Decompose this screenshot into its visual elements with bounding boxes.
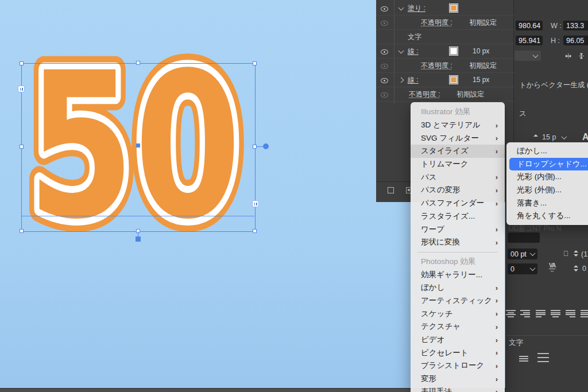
- submenu-arrow-icon: [496, 336, 498, 344]
- type-tool-icon: [582, 132, 588, 142]
- appearance-row-stroke-opacity[interactable]: 不透明度 : 初期設定: [376, 59, 514, 73]
- justify-right-icon[interactable]: [566, 310, 575, 317]
- align-center-icon[interactable]: [506, 310, 516, 317]
- handle-bottom-left[interactable]: [20, 229, 24, 233]
- handle-top-left[interactable]: [20, 61, 24, 65]
- handle-middle-left[interactable]: [20, 145, 24, 149]
- tracking-value[interactable]: 0: [582, 265, 586, 273]
- submenu-item-scribble[interactable]: 落書き...: [506, 196, 588, 209]
- menu-item-blur[interactable]: ぼかし: [411, 281, 505, 294]
- eye-icon[interactable]: [380, 18, 389, 27]
- submenu-arrow-icon: [496, 284, 498, 292]
- leading-option-large-icon[interactable]: [537, 353, 549, 362]
- leading-icon: [563, 250, 568, 257]
- submenu-item-outer-glow[interactable]: 光彩 (外側)...: [506, 184, 588, 197]
- menu-item-sketch[interactable]: スケッチ: [411, 307, 505, 320]
- transform-w-field[interactable]: 133.3: [563, 21, 588, 30]
- left-edge-widget-icon[interactable]: [18, 86, 25, 92]
- leading-value[interactable]: (175: [581, 250, 588, 258]
- menu-item-svg-filter[interactable]: SVG フィルター: [411, 131, 505, 145]
- right-edge-widget-icon[interactable]: [252, 200, 259, 207]
- submenu-item-drop-shadow[interactable]: ドロップシャドウ...: [509, 158, 588, 171]
- kerning-field[interactable]: 0: [508, 263, 537, 274]
- eye-icon[interactable]: [380, 90, 389, 99]
- chevron-down-icon[interactable]: [399, 5, 404, 11]
- eye-icon[interactable]: [380, 47, 389, 56]
- justify-left-icon[interactable]: [536, 310, 546, 317]
- appearance-row-fill-opacity[interactable]: 不透明度 : 初期設定: [376, 15, 514, 30]
- submenu-arrow-icon: [496, 387, 498, 392]
- new-stroke-icon[interactable]: [388, 187, 394, 193]
- menu-item-effect-gallery[interactable]: 効果ギャラリー...: [411, 268, 505, 281]
- appearance-row-object-opacity[interactable]: 不透明度 : 初期設定: [376, 87, 514, 102]
- selection-center-point[interactable]: [136, 143, 140, 148]
- submenu-item-feather[interactable]: ぼかし...: [506, 145, 588, 158]
- eye-icon[interactable]: [380, 61, 389, 70]
- submenu-arrow-icon: [496, 238, 498, 247]
- tracking-stepper[interactable]: [574, 265, 578, 271]
- stylize-submenu: ぼかし... ドロップシャドウ... 光彩 (内側)... 光彩 (外側)...…: [506, 142, 588, 225]
- menu-item-convert-shape[interactable]: 形状に変換: [411, 236, 505, 249]
- appearance-row-characters[interactable]: 文字: [376, 30, 514, 44]
- justify-center-icon[interactable]: [551, 310, 560, 317]
- menu-item-artistic[interactable]: アーティスティック: [411, 294, 505, 308]
- bottom-anchor-point[interactable]: [136, 236, 141, 242]
- handle-bottom-right[interactable]: [253, 229, 257, 233]
- menu-item-stylize[interactable]: スタイライズ: [411, 145, 505, 158]
- align-right-icon[interactable]: [520, 310, 530, 317]
- appearance-row-stroke-white[interactable]: 線 : 10 px: [376, 44, 514, 59]
- handle-middle-right[interactable]: [253, 145, 257, 149]
- flip-horizontal-icon[interactable]: [566, 53, 570, 59]
- handle-top-right[interactable]: [253, 61, 257, 65]
- stroke-color-swatch[interactable]: [450, 76, 458, 84]
- stroke-width-stepper[interactable]: [533, 134, 538, 137]
- font-size-field[interactable]: 00 pt: [508, 249, 537, 259]
- chevron-down-icon[interactable]: [562, 134, 567, 139]
- chevron-right-icon[interactable]: [399, 77, 404, 83]
- menu-item-brush-strokes[interactable]: ブラシストローク: [411, 359, 505, 372]
- menu-item-texture[interactable]: テクスチャ: [411, 320, 505, 333]
- kerning-value: 0: [510, 265, 514, 273]
- eye-icon[interactable]: [380, 76, 389, 84]
- menu-item-video[interactable]: ビデオ: [411, 333, 505, 347]
- submenu-item-inner-glow[interactable]: 光彩 (内側)...: [506, 170, 588, 184]
- font-style-field[interactable]: [508, 232, 540, 243]
- submenu-arrow-icon: [496, 225, 498, 234]
- stroke-width-partial-value[interactable]: 15 p: [542, 133, 556, 141]
- appearance-row-stroke-orange[interactable]: 線 : 15 px: [376, 73, 514, 87]
- transform-x-field[interactable]: 980.64: [516, 21, 543, 30]
- transform-y-field[interactable]: 95.941: [516, 36, 543, 45]
- menu-item-warp[interactable]: ワープ: [411, 223, 505, 236]
- menu-item-distort-path[interactable]: パスの変形: [411, 184, 505, 197]
- appearance-row-fill[interactable]: 塗り :: [376, 1, 514, 15]
- eye-icon[interactable]: [380, 4, 389, 13]
- flip-vertical-icon[interactable]: [579, 53, 585, 58]
- justify-all-icon[interactable]: [581, 310, 588, 317]
- effects-menu: Illustrator 効果 3D とマテリアル SVG フィルター スタイライ…: [411, 102, 505, 392]
- chevron-down-icon[interactable]: [399, 48, 404, 54]
- leading-option-icon[interactable]: [519, 356, 528, 362]
- submenu-arrow-icon: [496, 134, 498, 142]
- handle-top-center[interactable]: [136, 61, 140, 65]
- menu-item-render[interactable]: 表現手法: [411, 385, 505, 392]
- submenu-arrow-icon: [496, 309, 498, 318]
- stroke-color-swatch[interactable]: [450, 47, 458, 55]
- menu-item-path[interactable]: パス: [411, 170, 505, 184]
- rotate-angle-dropdown[interactable]: [514, 51, 541, 61]
- transform-h-field[interactable]: 96.05: [563, 36, 588, 45]
- fill-color-swatch[interactable]: [450, 4, 458, 12]
- selection-bounding-box[interactable]: [21, 63, 256, 232]
- leading-stepper[interactable]: [574, 250, 578, 257]
- submenu-arrow-icon: [496, 121, 498, 130]
- generate-vector-label[interactable]: トからベクター生成 (Be: [519, 80, 588, 90]
- rotate-handle-dot[interactable]: [263, 143, 269, 149]
- menu-item-distort[interactable]: 変形: [411, 372, 505, 386]
- submenu-arrow-icon: [496, 147, 498, 156]
- menu-item-trim-marks[interactable]: トリムマーク: [411, 158, 505, 171]
- menu-item-3d-material[interactable]: 3D とマテリアル: [411, 119, 505, 132]
- submenu-arrow-icon: [496, 348, 498, 357]
- menu-item-rasterize[interactable]: ラスタライズ...: [411, 210, 505, 223]
- submenu-item-round-corners[interactable]: 角を丸くする...: [506, 209, 588, 223]
- menu-item-pixelate[interactable]: ピクセレート: [411, 346, 505, 359]
- menu-item-pathfinder[interactable]: パスファインダー: [411, 197, 505, 210]
